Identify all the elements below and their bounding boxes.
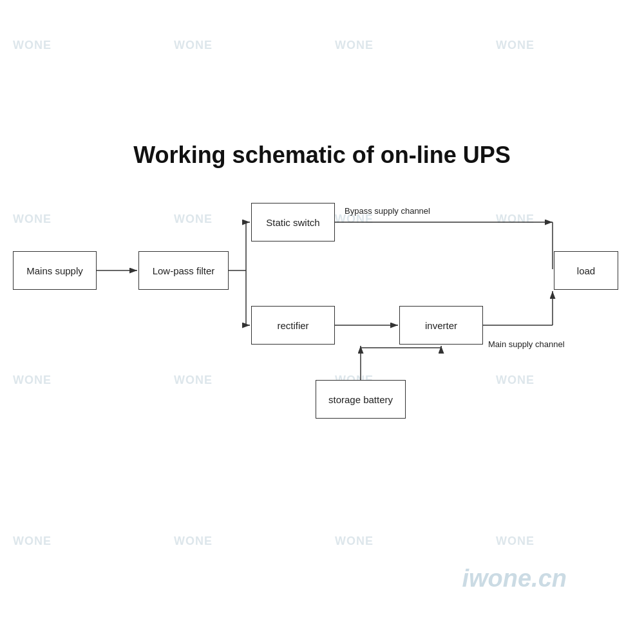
page-title: Working schematic of on-line UPS	[0, 142, 644, 169]
static-switch-box: Static switch	[251, 203, 335, 242]
rectifier-box: rectifier	[251, 306, 335, 345]
main-channel-label: Main supply channel	[488, 339, 565, 349]
storage-battery-box: storage battery	[316, 380, 406, 419]
watermark-1: WONE	[13, 39, 52, 52]
watermark-5: WONE	[13, 213, 52, 226]
watermark-16: WONE	[496, 535, 535, 548]
bypass-channel-label: Bypass supply channel	[345, 206, 430, 216]
inverter-label: inverter	[425, 320, 457, 331]
watermark-3: WONE	[335, 39, 374, 52]
watermark-15: WONE	[335, 535, 374, 548]
inverter-box: inverter	[399, 306, 483, 345]
load-box: load	[554, 251, 618, 290]
low-pass-filter-box: Low-pass filter	[138, 251, 229, 290]
load-label: load	[577, 265, 595, 276]
watermark-4: WONE	[496, 39, 535, 52]
watermark-8: WONE	[496, 213, 535, 226]
mains-supply-box: Mains supply	[13, 251, 97, 290]
mains-supply-label: Mains supply	[26, 265, 83, 276]
watermark-2: WONE	[174, 39, 213, 52]
watermark-12: WONE	[496, 374, 535, 387]
watermark-13: WONE	[13, 535, 52, 548]
static-switch-label: Static switch	[266, 217, 319, 228]
watermark-10: WONE	[174, 374, 213, 387]
rectifier-label: rectifier	[277, 320, 308, 331]
brand-watermark: iwone.cn	[462, 565, 567, 592]
watermark-6: WONE	[174, 213, 213, 226]
low-pass-filter-label: Low-pass filter	[153, 265, 215, 276]
watermark-14: WONE	[174, 535, 213, 548]
watermark-9: WONE	[13, 374, 52, 387]
storage-battery-label: storage battery	[328, 394, 393, 405]
